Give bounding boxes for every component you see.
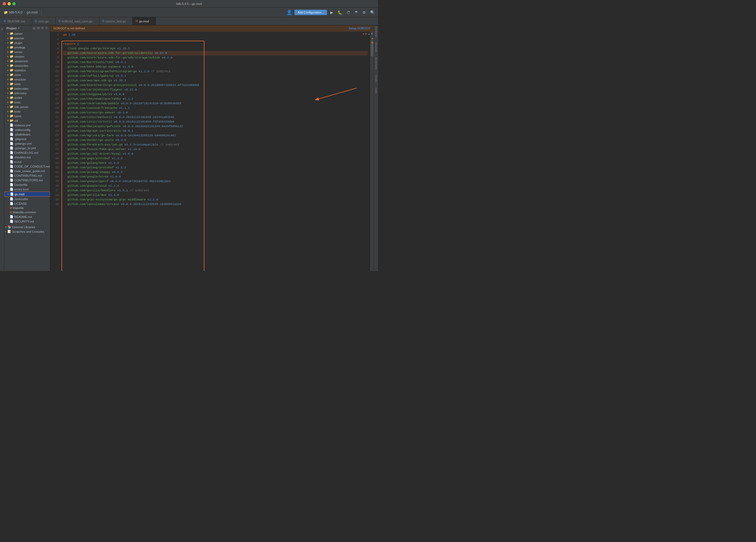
tree-item-store[interactable]: ▶ 📁 store <box>4 73 50 77</box>
tree-item-gomod[interactable]: ▶ 📄 go.mod <box>4 192 50 197</box>
run-button[interactable]: ▶ <box>329 10 334 15</box>
tree-item-testkit[interactable]: ▶ 📁 testkit <box>4 95 50 100</box>
tree-item-tests[interactable]: ▶ 📁 tests <box>4 100 50 105</box>
tree-item-coc[interactable]: 📄 CODE_OF_CONDUCT.md <box>4 164 50 169</box>
tree-item-external-libs[interactable]: ▶ 📚 External Libraries <box>4 225 50 229</box>
code-editor[interactable]: 3 4 5 6 7 8 9 10 11 12 13 14 15 16 17 18… <box>50 32 374 271</box>
tree-item-plugin[interactable]: ▶ 📁 plugin <box>4 40 50 45</box>
tree-item-codecov[interactable]: 📄 codecov.yml <box>4 123 50 127</box>
tree-item-jenkinsfile[interactable]: 📄 Jenkinsfile <box>4 197 50 201</box>
setup-goroot-link[interactable]: Setup GOROOT <box>349 27 370 30</box>
tree-item-dockerfile[interactable]: 📄 Dockerfile <box>4 182 50 187</box>
make-strip-label[interactable]: Make <box>375 88 377 94</box>
maximize-button[interactable] <box>12 2 16 5</box>
search-button[interactable]: 🔍 <box>369 10 376 15</box>
tree-item-editorconfig[interactable]: 📄 .editorconfig <box>4 127 50 132</box>
tree-item-checklist[interactable]: 📄 checklist.md <box>4 155 50 160</box>
settings-icon[interactable]: ⚙ <box>41 26 44 30</box>
code-line-28: github.com/fsouza/fake-gcs-server v1.19.… <box>63 147 368 152</box>
tree-item-util[interactable]: ▼ 📂 util <box>4 118 50 123</box>
code-token: v0.0.3 <box>110 170 122 175</box>
database-strip-label[interactable]: Database <box>375 26 377 37</box>
tree-item-gitignore[interactable]: 📄 .gitignore <box>4 137 50 141</box>
tree-item-sessionctx[interactable]: ▶ 📁 sessionctx <box>4 59 50 63</box>
tree-item-privilege[interactable]: ▶ 📁 privilege <box>4 45 50 50</box>
tree-item-types[interactable]: ▶ 📁 types <box>4 114 50 118</box>
structure-strip-label[interactable]: Structure <box>375 42 377 52</box>
tree-item-tools[interactable]: ▶ 📁 tools <box>4 109 50 114</box>
debug-button[interactable]: 🐛 <box>336 10 343 15</box>
scroll-down-chevron[interactable]: ▼ <box>371 33 373 35</box>
tree-item-license[interactable]: 📄 LICENSE <box>4 201 50 206</box>
tree-label-crg: code_review_guide.md <box>14 170 45 173</box>
bookmarks-strip-label[interactable]: Bookmarks <box>375 57 377 70</box>
tree-label-golangci-br: .golangci_br.yml <box>14 147 36 150</box>
tree-item-readme[interactable]: 📄 README.md <box>4 215 50 219</box>
tab-gomod[interactable]: M go.mod ✕ <box>133 17 156 25</box>
tree-item-contributors[interactable]: 📄 CONTRIBUTORS.md <box>4 178 50 182</box>
tree-item-crg[interactable]: 📄 code_review_guide.md <box>4 169 50 173</box>
tree-item-gitattributes[interactable]: 📄 .gitattributes <box>4 132 50 137</box>
tree-item-security[interactable]: 📄 SECURITY.md <box>4 219 50 224</box>
tree-label-statistics: statistics <box>14 69 26 72</box>
tree-item-ci[interactable]: 📄 ci.md <box>4 160 50 164</box>
tree-label-tools: tools <box>14 110 20 113</box>
tree-item-telemetry[interactable]: ▶ 📁 telemetry <box>4 91 50 95</box>
code-line-23: github.com/danjacques/gofslock v0.0.0-20… <box>63 124 368 129</box>
tab-column-test[interactable]: G column_test.go ✕ <box>99 17 133 25</box>
tree-item-sessiontxn[interactable]: ▶ 📁 sessiontxn <box>4 63 50 68</box>
project-panel-dropdown[interactable]: ▼ <box>18 27 20 30</box>
tree-item-statistics[interactable]: ▶ 📁 statistics <box>4 68 50 73</box>
tab-conn[interactable]: G conn.go ✕ <box>32 17 56 25</box>
coverage-button[interactable]: ☂ <box>353 10 359 15</box>
tree-item-scratches[interactable]: ▶ 📝 Scratches and Consoles <box>4 229 50 234</box>
code-content[interactable]: go 1.16 require ( cloud.google.com/go/st… <box>61 32 370 271</box>
tree-item-makefile[interactable]: M Makefile <box>4 206 50 210</box>
file-icon-ext-libs: 📚 <box>8 225 11 229</box>
tree-item-errors[interactable]: 📄 errors.toml <box>4 187 50 192</box>
editor-scrollbar[interactable]: ▲ ● 97 ▲ ▼ <box>370 32 374 271</box>
close-panel-icon[interactable]: ✕ <box>45 26 48 30</box>
code-token: v0.3.0 <box>115 111 128 115</box>
minimize-button[interactable] <box>8 2 11 5</box>
tree-label-util: util <box>14 119 18 122</box>
tree-item-server[interactable]: ▶ 📁 server <box>4 50 50 54</box>
code-token: github.com/google/pprof <box>67 179 108 184</box>
tree-item-changelog[interactable]: 📄 CHANGELOG.md <box>4 150 50 155</box>
tree-item-tidb-server[interactable]: ▶ 📁 tidb-server <box>4 105 50 109</box>
code-line-26: github.com/docker/go-units v0.4.0 <box>63 138 368 143</box>
tree-item-session[interactable]: ▶ 📁 session <box>4 54 50 59</box>
project-selector[interactable]: 📁 tidb-5.4.0 › go.mod <box>2 10 39 15</box>
tab-buffered[interactable]: G buffered_read_conn.go ✕ <box>56 17 99 25</box>
add-configuration-button[interactable]: Add Configuration... <box>294 10 327 15</box>
tree-arrow-types: ▶ <box>6 115 10 117</box>
file-icon-gomod: 📄 <box>10 192 14 196</box>
scroll-up-chevron[interactable]: ▲ <box>368 33 370 35</box>
tree-item-tablecodec[interactable]: ▶ 📁 tablecodec <box>4 86 50 91</box>
right-activity-bar: Database Structure Bookmarks Gradle Make <box>374 25 378 271</box>
tree-item-parser[interactable]: ▶ 📁 parser <box>4 31 50 36</box>
project-panel[interactable]: Project ▼ ◎ ⊟ ⚙ ✕ ▶ 📁 parser ▶ 📁 planner… <box>4 25 50 271</box>
file-icon-golangci: 📄 <box>10 142 13 145</box>
tree-item-golangci-br[interactable]: 📄 .golangci_br.yml <box>4 146 50 150</box>
code-token: go <box>63 33 68 37</box>
tree-item-planner[interactable]: ▶ 📁 planner <box>4 36 50 40</box>
locate-file-icon[interactable]: ◎ <box>33 26 35 30</box>
tree-arrow-ext-libs: ▶ <box>4 226 8 228</box>
tree-item-makefile-common[interactable]: M Makefile.common <box>4 210 50 215</box>
profile-button[interactable]: ⏱ <box>345 10 351 15</box>
close-button[interactable] <box>3 2 6 5</box>
tree-item-golangci[interactable]: 📄 .golangci.yml <box>4 141 50 146</box>
tree-item-structure[interactable]: ▶ 📁 structure <box>4 77 50 82</box>
tab-readme[interactable]: M README.md ✕ <box>1 17 32 25</box>
project-strip-icon[interactable]: ☰ <box>1 27 3 30</box>
code-token: // indirect <box>128 188 149 193</box>
collapse-all-icon[interactable]: ⊟ <box>37 26 39 30</box>
tree-item-table[interactable]: ▶ 📁 table <box>4 82 50 86</box>
gradle-strip-label[interactable]: Gradle <box>375 75 377 82</box>
tree-arrow-planner: ▶ <box>6 37 10 39</box>
tree-item-contributing[interactable]: 📄 CONTRIBUTING.md <box>4 173 50 178</box>
settings-button[interactable]: ⚙ <box>361 10 367 15</box>
tree-arrow-structure: ▶ <box>6 78 10 81</box>
avatar-icon[interactable]: 👤 <box>286 9 292 15</box>
